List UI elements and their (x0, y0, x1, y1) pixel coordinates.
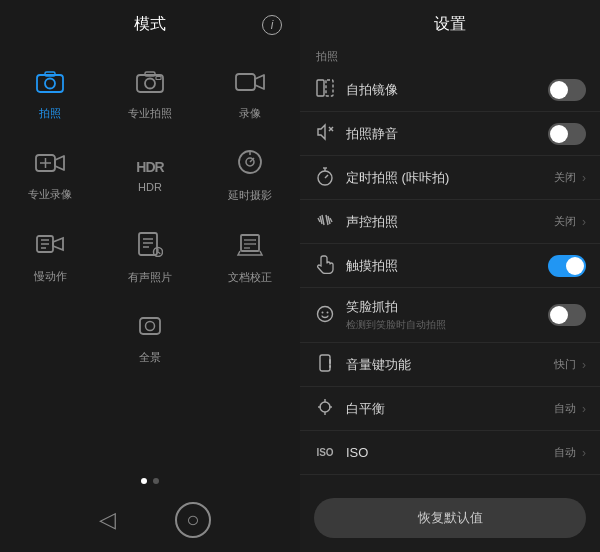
svg-rect-5 (145, 72, 155, 76)
setting-value-iso: 自动 (554, 445, 576, 460)
setting-name-iso: ISO (346, 445, 554, 460)
setting-text-smile: 笑脸抓拍 检测到笑脸时自动拍照 (346, 298, 548, 332)
setting-value-volume: 快门 (554, 357, 576, 372)
mode-label-photo: 拍照 (39, 106, 61, 121)
mode-item-pro-video[interactable]: 专业录像 (0, 135, 100, 217)
setting-item-volume[interactable]: 音量键功能 快门 › (300, 343, 600, 387)
settings-list: 拍照 自拍镜像 拍照 (300, 45, 600, 486)
svg-rect-47 (320, 355, 330, 371)
mode-label-video: 录像 (239, 106, 261, 121)
setting-value-timer: 关闭 (554, 170, 576, 185)
touch-icon (314, 254, 336, 277)
timer-icon (314, 166, 336, 189)
setting-item-adjust[interactable]: 图像调整 › (300, 475, 600, 486)
mode-item-pro-photo[interactable]: 专业拍照 (100, 55, 200, 135)
svg-rect-0 (37, 75, 63, 92)
toggle-mirror[interactable] (548, 79, 586, 101)
svg-line-37 (325, 175, 328, 178)
svg-point-50 (320, 402, 330, 412)
wb-icon (314, 397, 336, 420)
mode-item-video[interactable]: 录像 (200, 55, 300, 135)
setting-item-wb[interactable]: 白平衡 自动 › (300, 387, 600, 431)
toggle-touch[interactable] (548, 255, 586, 277)
setting-name-timer: 定时拍照 (咔咔拍) (346, 169, 554, 187)
svg-rect-19 (139, 233, 157, 255)
setting-item-silent[interactable]: 拍照静音 (300, 112, 600, 156)
setting-text-volume: 音量键功能 (346, 356, 554, 374)
setting-item-timer[interactable]: 定时拍照 (咔咔拍) 关闭 › (300, 156, 600, 200)
mode-item-audio-photo[interactable]: 有声照片 (100, 217, 200, 299)
chevron-timer: › (582, 171, 586, 185)
mode-label-pro-photo: 专业拍照 (128, 106, 172, 121)
setting-name-silent: 拍照静音 (346, 125, 548, 143)
reset-button[interactable]: 恢复默认值 (314, 498, 586, 538)
mode-item-doc-correct[interactable]: 文档校正 (200, 217, 300, 299)
setting-value-voice: 关闭 (554, 214, 576, 229)
svg-point-1 (45, 79, 55, 89)
svg-rect-31 (326, 80, 333, 96)
photo-icon (36, 69, 64, 100)
svg-line-42 (328, 216, 330, 224)
toggle-smile[interactable] (548, 304, 586, 326)
chevron-voice: › (582, 215, 586, 229)
mode-label-timelapse: 延时摄影 (228, 188, 272, 203)
svg-rect-6 (156, 77, 161, 80)
setting-item-touch[interactable]: 触摸拍照 (300, 244, 600, 288)
mirror-icon (314, 78, 336, 101)
left-panel-title: 模式 (134, 14, 166, 35)
info-icon[interactable]: i (262, 15, 282, 35)
mode-label-slowmo: 慢动作 (34, 269, 67, 284)
mode-item-photo[interactable]: 拍照 (0, 55, 100, 135)
svg-point-29 (146, 322, 155, 331)
setting-name-volume: 音量键功能 (346, 356, 554, 374)
svg-point-4 (145, 79, 155, 89)
toggle-silent[interactable] (548, 123, 586, 145)
smile-icon (314, 304, 336, 327)
setting-item-iso[interactable]: ISO ISO 自动 › (300, 431, 600, 475)
setting-text-mirror: 自拍镜像 (346, 81, 548, 99)
dot-0 (141, 478, 147, 484)
mode-item-hdr[interactable]: HDR HDR (100, 135, 200, 217)
back-button[interactable]: ◁ (89, 502, 125, 538)
setting-name-smile: 笑脸抓拍 (346, 298, 548, 316)
svg-line-39 (320, 216, 322, 224)
svg-rect-2 (45, 72, 55, 76)
setting-text-iso: ISO (346, 445, 554, 460)
timelapse-icon (237, 149, 263, 182)
svg-rect-7 (236, 74, 255, 90)
setting-name-touch: 触摸拍照 (346, 257, 548, 275)
svg-point-45 (322, 311, 324, 313)
section-label-photo: 拍照 (300, 45, 600, 68)
setting-name-mirror: 自拍镜像 (346, 81, 548, 99)
svg-line-38 (318, 218, 320, 222)
mode-label-hdr: HDR (138, 181, 162, 193)
dot-1 (153, 478, 159, 484)
chevron-wb: › (582, 402, 586, 416)
svg-rect-49 (329, 365, 331, 368)
mode-label-panorama: 全景 (139, 350, 161, 365)
mode-row-panorama: 全景 (0, 299, 300, 379)
setting-text-touch: 触摸拍照 (346, 257, 548, 275)
setting-name-voice: 声控拍照 (346, 213, 554, 231)
doc-correct-icon (236, 231, 264, 264)
slowmo-icon (36, 232, 64, 263)
dot-indicator (0, 470, 300, 492)
mode-label-pro-video: 专业录像 (28, 187, 72, 202)
right-panel: 设置 拍照 自拍镜像 (300, 0, 600, 552)
setting-item-voice[interactable]: 声控拍照 关闭 › (300, 200, 600, 244)
nav-bar: ◁ ○ (0, 492, 300, 552)
audio-photo-icon (137, 231, 163, 264)
setting-item-smile[interactable]: 笑脸抓拍 检测到笑脸时自动拍照 (300, 288, 600, 343)
home-button[interactable]: ○ (175, 502, 211, 538)
left-header: 模式 i (0, 0, 300, 45)
mode-item-timelapse[interactable]: 延时摄影 (200, 135, 300, 217)
setting-item-mirror[interactable]: 自拍镜像 (300, 68, 600, 112)
hdr-icon: HDR (136, 159, 163, 175)
mode-item-panorama[interactable]: 全景 (100, 299, 200, 379)
video-icon (235, 69, 265, 100)
svg-rect-48 (329, 359, 331, 364)
right-panel-title: 设置 (434, 15, 466, 32)
setting-text-silent: 拍照静音 (346, 125, 548, 143)
svg-rect-28 (140, 318, 160, 334)
mode-item-slowmo[interactable]: 慢动作 (0, 217, 100, 299)
